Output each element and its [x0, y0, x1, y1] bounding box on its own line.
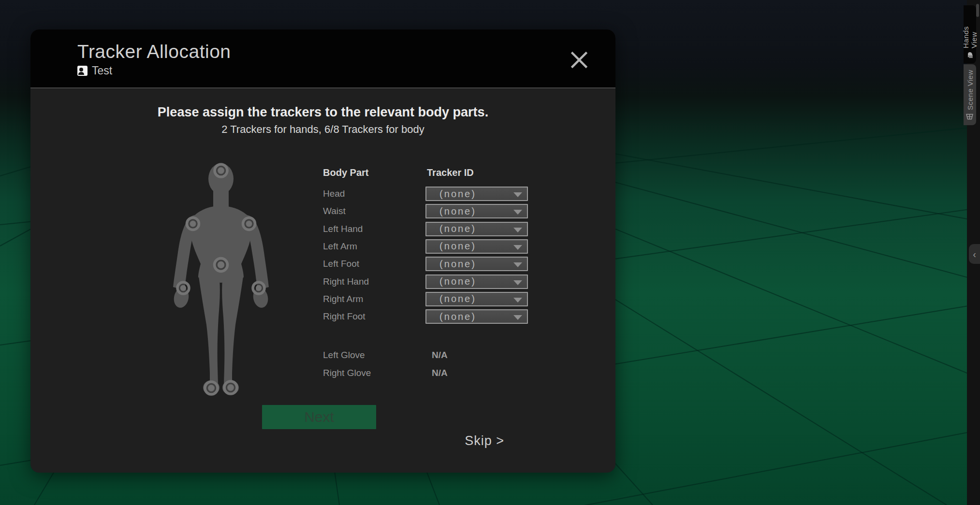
- chevron-down-icon: [513, 210, 522, 215]
- chevron-down-icon: [513, 298, 522, 303]
- tracker-select-left-arm[interactable]: (none): [425, 239, 528, 254]
- profile-row: Test: [77, 65, 112, 76]
- glove-value: N/A: [432, 368, 448, 378]
- glove-row: Left GloveN/A: [30, 350, 615, 361]
- tracker-select-value: (none): [439, 259, 514, 270]
- tracker-select-right-hand[interactable]: (none): [425, 274, 528, 289]
- table-row: Left Foot(none): [30, 257, 615, 271]
- glove-row: Right GloveN/A: [30, 368, 615, 378]
- table-row: Right Foot(none): [30, 309, 615, 324]
- body-part-label: Left Arm: [323, 239, 357, 254]
- profile-badge-icon: [77, 66, 88, 76]
- chevron-down-icon: [513, 245, 522, 250]
- glove-label: Right Glove: [323, 366, 371, 380]
- dialog-header: Tracker Allocation Test: [30, 29, 615, 88]
- tracker-select-value: (none): [439, 223, 514, 234]
- instruction-heading: Please assign the trackers to the releva…: [30, 105, 615, 120]
- next-button[interactable]: Next: [262, 405, 376, 429]
- tracker-select-value: (none): [439, 276, 514, 287]
- table-row: Left Arm(none): [30, 239, 615, 254]
- tracker-allocation-dialog: Tracker Allocation Test Please assign th…: [30, 29, 615, 473]
- body-part-label: Left Hand: [323, 222, 363, 236]
- profile-name: Test: [92, 64, 112, 77]
- body-part-label: Right Hand: [323, 274, 369, 289]
- tracker-select-value: (none): [439, 188, 514, 200]
- table-row: Right Hand(none): [30, 274, 615, 289]
- chevron-down-icon: [513, 192, 522, 197]
- chevron-left-icon: ‹: [973, 249, 976, 259]
- scene-grid-icon: [966, 114, 974, 120]
- collapse-handle[interactable]: ‹: [969, 244, 980, 264]
- chevron-down-icon: [513, 228, 522, 232]
- chevron-down-icon: [513, 280, 522, 285]
- table-row: Waist(none): [30, 204, 615, 218]
- body-part-label: Left Foot: [323, 257, 359, 271]
- table-row: Head(none): [30, 187, 615, 201]
- tracker-select-left-foot[interactable]: (none): [425, 257, 528, 271]
- glove-label: Left Glove: [323, 348, 365, 362]
- table-row: Right Arm(none): [30, 292, 615, 306]
- page-title: Tracker Allocation: [77, 41, 231, 62]
- hand-icon: [966, 52, 973, 58]
- body-part-label: Waist: [323, 204, 346, 218]
- chevron-down-icon: [513, 315, 522, 320]
- table-row: Left Hand(none): [30, 222, 615, 236]
- tracker-select-value: (none): [439, 206, 514, 217]
- tracker-select-right-arm[interactable]: (none): [425, 292, 528, 306]
- chevron-down-icon: [513, 262, 522, 267]
- body-part-label: Head: [323, 187, 345, 201]
- tracker-select-waist[interactable]: (none): [425, 204, 528, 218]
- tab-hands-view-label: Hands View: [962, 10, 978, 48]
- column-header-tracker-id: Tracker ID: [427, 167, 474, 178]
- tab-scene-view[interactable]: Scene View: [964, 64, 976, 125]
- close-icon: [569, 49, 590, 71]
- instruction-subheading: 2 Trackers for hands, 6/8 Trackers for b…: [30, 123, 615, 136]
- column-header-body-part: Body Part: [323, 167, 368, 178]
- tracker-select-value: (none): [439, 311, 514, 322]
- close-button[interactable]: [569, 49, 590, 71]
- glove-value: N/A: [432, 350, 448, 361]
- tracker-select-right-foot[interactable]: (none): [425, 309, 528, 324]
- tracker-select-head[interactable]: (none): [425, 187, 528, 201]
- tab-scene-view-label: Scene View: [966, 70, 974, 110]
- tracker-select-value: (none): [439, 241, 514, 252]
- skip-link[interactable]: Skip >: [437, 433, 504, 448]
- tracker-select-value: (none): [439, 293, 514, 304]
- body-part-label: Right Arm: [323, 292, 363, 306]
- tracker-select-left-hand[interactable]: (none): [425, 222, 528, 236]
- tab-hands-view[interactable]: Hands View: [964, 5, 976, 63]
- body-part-label: Right Foot: [323, 309, 366, 324]
